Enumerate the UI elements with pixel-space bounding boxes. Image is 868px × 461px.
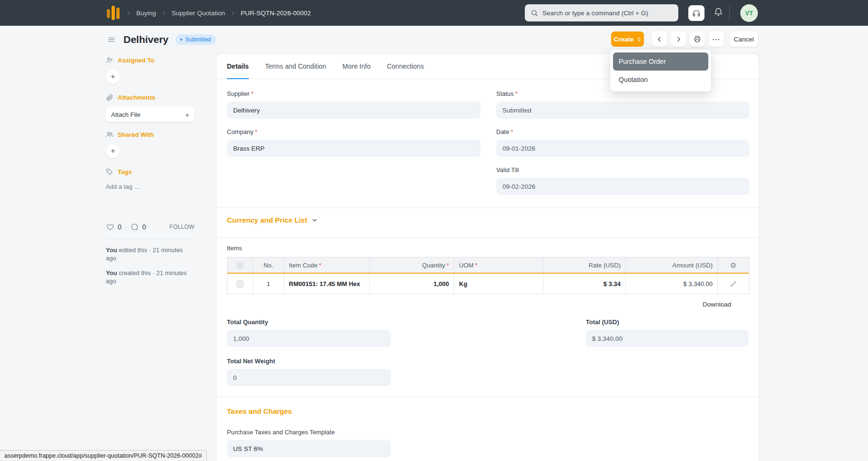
date-field: Date* 09-01-2026: [496, 128, 749, 157]
total-net-weight-field: Total Net Weight 0: [227, 358, 391, 386]
section-divider: [216, 237, 759, 238]
navbar-divider: [729, 6, 730, 20]
toolbar: Create ··· Cancel: [611, 31, 758, 47]
more-menu-button[interactable]: ···: [709, 31, 724, 47]
dot-separator: ·: [125, 223, 127, 231]
items-section: Items No. Item Code* Quantity* UOM* Rate…: [216, 245, 759, 308]
currency-section-header[interactable]: Currency and Price List: [216, 216, 759, 224]
plus-icon: +: [185, 111, 189, 119]
total-quantity-input[interactable]: 1,000: [227, 330, 391, 347]
next-document-button[interactable]: [671, 31, 686, 47]
shared-with-section: Shared With: [106, 131, 194, 138]
items-grid: No. Item Code* Quantity* UOM* Rate (USD)…: [227, 257, 749, 294]
status-input[interactable]: Submitted: [496, 102, 749, 119]
supplier-input[interactable]: Delhivery: [227, 102, 480, 119]
top-navbar: Buying Supplier Quotation PUR-SQTN-2026-…: [0, 0, 868, 26]
required-marker: *: [511, 128, 513, 135]
tab-more-info[interactable]: More Info: [342, 54, 370, 79]
valid-till-input[interactable]: 09-02-2026: [496, 178, 749, 195]
paperclip-icon: [106, 93, 113, 101]
notifications-button[interactable]: [714, 7, 723, 17]
company-input[interactable]: Brass ERP: [227, 140, 480, 157]
taxes-section-header[interactable]: Taxes and Charges: [216, 407, 759, 415]
download-link[interactable]: Download: [703, 301, 731, 308]
menu-item-purchase-order[interactable]: Purchase Order: [613, 52, 708, 71]
previous-document-button[interactable]: [652, 31, 667, 47]
create-dropdown-menu: Purchase Order Quotation: [610, 50, 711, 92]
totals-row-1: Total Quantity 1,000 Total (USD) $ 3,340…: [216, 318, 759, 347]
status-dot: •: [180, 36, 183, 43]
select-all-checkbox[interactable]: [236, 262, 244, 269]
tab-details[interactable]: Details: [227, 54, 249, 79]
activity-created: You created this · 21 minutes ago: [106, 269, 192, 285]
document-sidebar: Assigned To + Attachments Attach File + …: [106, 53, 194, 285]
create-button[interactable]: Create: [611, 31, 644, 47]
totals-row-2: Total Net Weight 0: [216, 358, 759, 386]
column-amount: Amount (USD): [626, 257, 718, 273]
add-assignment-button[interactable]: +: [106, 70, 120, 84]
grid-settings-gear-icon[interactable]: ⚙: [730, 262, 736, 269]
status-field: Status* Submitted: [496, 90, 749, 119]
item-code-cell[interactable]: RM00151: 17.45 MM Hex: [284, 274, 370, 294]
breadcrumb: Buying Supplier Quotation PUR-SQTN-2026-…: [125, 10, 311, 17]
status-badge: • Submitted: [175, 34, 216, 45]
follow-button[interactable]: FOLLOW: [170, 224, 194, 230]
heart-icon[interactable]: [106, 223, 114, 231]
app-logo-icon[interactable]: [107, 6, 120, 20]
breadcrumb-buying[interactable]: Buying: [136, 10, 156, 17]
download-row: Download: [227, 301, 748, 308]
rate-cell[interactable]: $ 3.34: [543, 274, 626, 294]
row-checkbox[interactable]: [236, 280, 244, 287]
print-button[interactable]: [690, 31, 705, 47]
social-row: 0 · 0 FOLLOW: [106, 223, 194, 231]
add-tag-input[interactable]: Add a tag ...: [106, 183, 194, 190]
tab-connections[interactable]: Connections: [387, 54, 424, 79]
date-input[interactable]: 09-01-2026: [496, 140, 749, 157]
headphones-icon: [692, 9, 701, 18]
add-share-button[interactable]: +: [106, 144, 120, 158]
amount-cell[interactable]: $ 3,340.00: [626, 274, 718, 294]
column-quantity: Quantity*: [370, 257, 454, 273]
required-marker: *: [319, 262, 321, 269]
items-grid-row[interactable]: 1 RM00151: 17.45 MM Hex 1,000 Kg $ 3.34 …: [227, 274, 749, 294]
required-marker: *: [447, 262, 449, 269]
help-button[interactable]: [688, 5, 705, 21]
like-count[interactable]: 0: [118, 223, 122, 231]
browser-status-bar: asserpdemo.frappe.cloud/app/supplier-quo…: [0, 450, 207, 461]
row-number: 1: [253, 274, 284, 294]
search-placeholder: Search or type a command (Ctrl + G): [542, 10, 648, 17]
menu-item-quotation[interactable]: Quotation: [613, 71, 708, 89]
comment-count[interactable]: 0: [142, 223, 146, 231]
breadcrumb-document-id[interactable]: PUR-SQTN-2026-00002: [241, 10, 311, 17]
avatar[interactable]: VT: [740, 4, 758, 22]
chevron-right-icon: [161, 10, 167, 16]
user-plus-icon: [106, 56, 113, 64]
total-net-weight-input[interactable]: 0: [227, 369, 391, 386]
attachments-section: Attachments: [106, 93, 194, 101]
attach-file-button[interactable]: Attach File +: [106, 107, 194, 122]
details-form: Supplier* Delhivery Status* Submitted Co…: [216, 79, 759, 195]
tag-icon: [106, 168, 113, 175]
users-icon: [106, 131, 113, 138]
items-label: Items: [227, 245, 748, 252]
search-input[interactable]: Search or type a command (Ctrl + G): [525, 4, 678, 21]
uom-cell[interactable]: Kg: [454, 274, 543, 294]
chevron-right-icon: [230, 10, 236, 16]
section-divider: [216, 207, 759, 208]
taxes-template-input[interactable]: US ST 6%: [227, 440, 391, 457]
company-field: Company* Brass ERP: [227, 128, 480, 157]
items-grid-header: No. Item Code* Quantity* UOM* Rate (USD)…: [227, 257, 749, 274]
cancel-button[interactable]: Cancel: [730, 31, 758, 47]
sidebar-toggle-icon[interactable]: [107, 35, 116, 44]
comment-icon[interactable]: [130, 223, 139, 231]
breadcrumb-supplier-quotation[interactable]: Supplier Quotation: [172, 10, 225, 17]
total-usd-input[interactable]: $ 3,340.00: [586, 330, 748, 347]
tab-terms-and-condition[interactable]: Terms and Condition: [265, 54, 326, 79]
plus-icon: +: [111, 72, 115, 81]
taxes-template-field: Purchase Taxes and Charges Template US S…: [216, 429, 759, 457]
edit-row-pencil-icon[interactable]: [730, 280, 737, 287]
bell-icon: [714, 7, 723, 17]
quantity-cell[interactable]: 1,000: [370, 274, 454, 294]
column-rate: Rate (USD): [543, 257, 626, 273]
column-uom: UOM*: [454, 257, 543, 273]
